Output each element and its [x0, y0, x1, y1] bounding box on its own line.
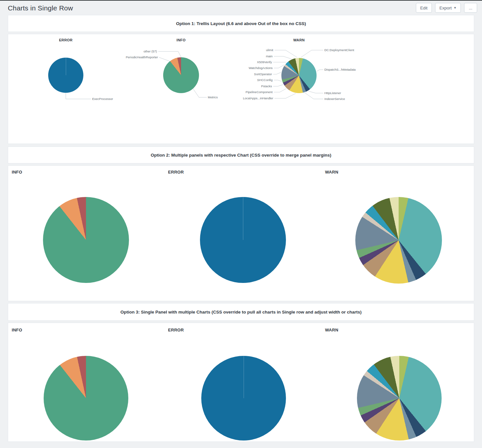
leader-line	[274, 80, 282, 81]
option2-title-panel: Option 2: Multiple panels with respectiv…	[8, 147, 474, 163]
pie-slice-label: Pstacks	[261, 84, 272, 88]
option3-charts-panel: INFO ERROR WARN	[8, 323, 474, 442]
pie-chart-error-option2[interactable]	[200, 197, 286, 283]
callout-leader-lines	[8, 34, 474, 144]
leader-line	[274, 56, 291, 59]
panel-title-warn: WARN	[325, 170, 338, 175]
edit-button[interactable]: Edit	[416, 3, 432, 13]
pie-chart-info-option3[interactable]	[44, 356, 128, 441]
pie-slice-divider	[244, 356, 244, 398]
leader-line	[274, 65, 284, 68]
leader-line	[192, 88, 207, 97]
panel-title-info: INFO	[12, 328, 22, 332]
option2-charts-panel: INFO ERROR WARN	[8, 165, 474, 301]
pie-chart-info-small[interactable]	[163, 57, 199, 93]
dashboard-page: Charts in Single Row Edit Export ▼ ... O…	[0, 0, 482, 448]
pie-slice-label: HttpListener	[324, 91, 341, 95]
pie-slice-divider	[66, 58, 66, 75]
pie-slice-label: other (57)	[144, 49, 157, 53]
pie-chart-warn-option3[interactable]	[357, 356, 442, 441]
pie-slice-label: ExecProcessor	[92, 97, 113, 101]
panel-title-warn: WARN	[325, 328, 338, 332]
pie-slice-divider	[243, 197, 243, 240]
trellis-chart-title-info: INFO	[177, 38, 186, 42]
pie-slice-label: SHCConfig	[257, 78, 273, 82]
export-button-label: Export	[439, 6, 452, 10]
pie-slice-label: LocalApps...inHandler	[243, 96, 273, 100]
leader-line	[305, 93, 323, 99]
pie-slice-label: DispatchS...hMetadata	[324, 68, 356, 72]
pie-chart-info-option2[interactable]	[43, 197, 129, 283]
trellis-chart-title-error: ERROR	[59, 38, 73, 42]
option3-title-panel: Option 3: Single Panel with multiple Cha…	[8, 303, 474, 321]
export-button[interactable]: Export ▼	[435, 3, 461, 13]
caret-down-icon: ▼	[454, 7, 457, 9]
pie-slice-label: X509Verify	[257, 60, 272, 64]
pie-slice-label: PipelineComponent	[246, 90, 273, 94]
dashboard-title: Charts in Single Row	[8, 4, 73, 12]
pie-chart-error-option3[interactable]	[201, 356, 286, 441]
pie-chart-error-small[interactable]	[48, 58, 83, 93]
leader-line	[317, 70, 323, 71]
more-actions-button[interactable]: ...	[464, 3, 477, 13]
pie-chart-warn-option2[interactable]	[355, 197, 442, 284]
pie-slice-label: WatchdogActions	[248, 66, 273, 70]
pie-slice-label: ulimit	[266, 48, 273, 52]
leader-line	[275, 93, 296, 98]
option3-title: Option 3: Single Panel with multiple Cha…	[120, 310, 362, 315]
pie-slice-label: main	[266, 54, 273, 58]
pie-chart-warn-small[interactable]	[281, 58, 317, 93]
pie-slice-label: DC:DeploymentClient	[324, 48, 354, 52]
panel-title-error: ERROR	[168, 328, 184, 332]
pie-slice-label: IndexerService	[324, 97, 345, 101]
pie-slice-label: Metrics	[208, 95, 218, 99]
leader-line	[273, 85, 283, 86]
leader-line	[308, 91, 323, 93]
option2-title: Option 2: Multiple panels with respectiv…	[151, 153, 331, 158]
edit-button-label: Edit	[420, 6, 427, 10]
pie-slice-label: PeriodicHealthReporter	[126, 55, 158, 59]
leader-line	[301, 50, 323, 57]
leader-line	[273, 72, 281, 74]
pie-slice-label: SortOperator	[254, 72, 272, 76]
panel-title-error: ERROR	[168, 170, 184, 175]
leader-line	[66, 93, 91, 99]
top-border	[0, 0, 482, 1]
option1-title-panel: Option 1: Trellis Layout (6.6 and above …	[8, 15, 474, 32]
leader-line	[274, 89, 286, 92]
option1-trellis-panel: ERROR INFO WARN ExecProcessorother (57)P…	[8, 34, 474, 144]
more-actions-label: ...	[469, 6, 473, 10]
leader-line	[159, 57, 171, 62]
option1-title: Option 1: Trellis Layout (6.6 and above …	[176, 21, 306, 26]
leader-line	[275, 50, 297, 57]
panel-title-info: INFO	[12, 170, 22, 175]
trellis-chart-title-warn: WARN	[293, 38, 305, 42]
